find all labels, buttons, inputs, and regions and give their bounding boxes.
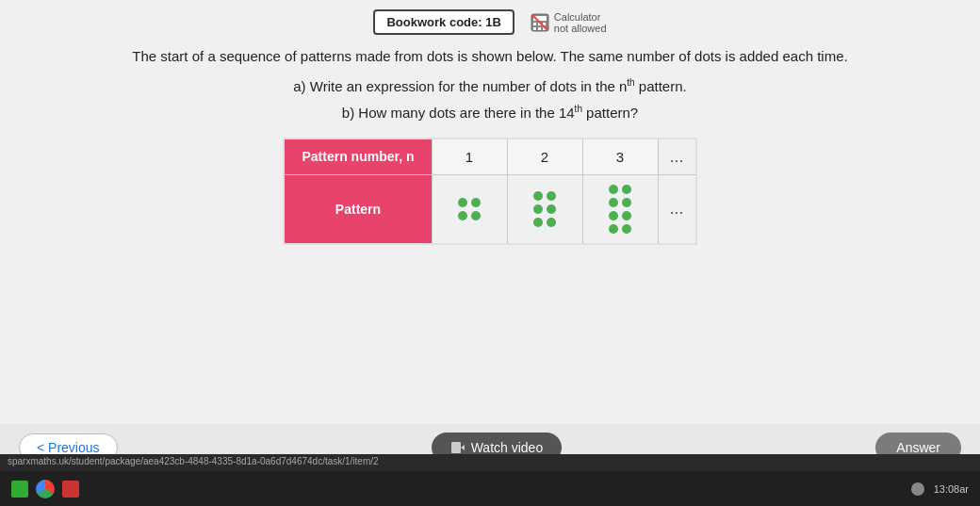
chrome-icon[interactable] xyxy=(36,480,55,498)
dot xyxy=(533,204,543,214)
taskbar: 13:08ar xyxy=(0,471,980,506)
dot xyxy=(609,198,618,207)
dot xyxy=(547,204,556,214)
part-b-sup: th xyxy=(575,104,582,114)
calculator-box: Calculator not allowed xyxy=(530,11,607,34)
app-icon xyxy=(62,481,79,498)
part-b-text: b) How many dots are there in the 14 xyxy=(342,105,575,121)
svg-rect-6 xyxy=(538,27,541,30)
watch-video-label: Watch video xyxy=(471,440,544,455)
pattern-row: Pattern xyxy=(284,174,695,244)
dot xyxy=(622,185,631,194)
pattern-number-header: Pattern number, n xyxy=(284,139,432,175)
dots-row-3-4 xyxy=(609,224,631,234)
header-row: Pattern number, n 1 2 3 ... xyxy=(284,139,695,175)
part-b: b) How many dots are there in the 14th p… xyxy=(342,104,638,121)
previous-label: < Previous xyxy=(37,440,100,455)
pattern-2-dots xyxy=(507,174,582,244)
number-1: 1 xyxy=(432,139,507,175)
dot xyxy=(609,185,618,194)
top-bar: Bookwork code: 1B Calculator not allowed xyxy=(0,0,980,41)
svg-marker-10 xyxy=(461,445,465,450)
dot xyxy=(471,198,481,207)
pattern-table: Pattern number, n 1 2 3 ... Pattern xyxy=(283,138,696,245)
dots-grid-2 xyxy=(523,191,567,227)
dot xyxy=(533,191,543,201)
start-icon xyxy=(11,481,28,498)
network-icon xyxy=(911,482,924,496)
calculator-status: Calculator not allowed xyxy=(554,11,607,34)
svg-rect-5 xyxy=(533,27,536,30)
number-2: 2 xyxy=(507,139,582,175)
dot xyxy=(622,211,631,220)
ellipsis-header: ... xyxy=(658,139,696,175)
dot xyxy=(622,224,631,234)
dots-grid-1 xyxy=(448,198,492,220)
dots-row-3-2 xyxy=(609,198,631,207)
pattern-1-dots xyxy=(432,174,507,244)
dot xyxy=(547,218,556,227)
time-display: 13:08ar xyxy=(934,483,969,495)
main-content: Bookwork code: 1B Calculator not allowed… xyxy=(0,0,980,471)
svg-rect-9 xyxy=(451,442,461,453)
bookwork-badge: Bookwork code: 1B xyxy=(373,9,514,35)
video-icon xyxy=(450,440,466,455)
bookwork-label: Bookwork code: 1B xyxy=(386,15,500,29)
dots-row-2-1 xyxy=(533,191,556,201)
calculator-icon xyxy=(530,12,550,33)
pattern-row-label: Pattern xyxy=(284,174,432,244)
part-a-end: pattern. xyxy=(635,78,687,94)
ellipsis-pattern: ... xyxy=(658,174,696,244)
dot xyxy=(609,211,618,220)
taskbar-right: 13:08ar xyxy=(911,482,969,496)
part-a-text: a) Write an expression for the number of… xyxy=(293,78,627,94)
part-a: a) Write an expression for the number of… xyxy=(293,77,686,94)
taskbar-left xyxy=(11,480,79,498)
url-text: sparxmaths.uk/student/package/aea423cb-4… xyxy=(8,456,379,466)
dots-row-3-1 xyxy=(609,185,631,194)
calculator-label: Calculator xyxy=(554,11,607,23)
dot xyxy=(533,218,543,227)
pattern-table-area: Pattern number, n 1 2 3 ... Pattern xyxy=(283,138,696,245)
question-intro: The start of a sequence of patterns made… xyxy=(113,46,866,68)
dots-row-2-3 xyxy=(533,218,556,227)
dots-row-1-2 xyxy=(458,211,481,220)
pattern-3-dots xyxy=(582,174,658,244)
dot xyxy=(547,191,556,201)
dot xyxy=(458,198,467,207)
answer-label: Answer xyxy=(896,440,940,455)
dot xyxy=(471,211,481,220)
dots-grid-3 xyxy=(598,185,643,234)
url-bar: sparxmaths.uk/student/package/aea423cb-4… xyxy=(0,454,980,471)
calculator-not-allowed: not allowed xyxy=(554,23,607,34)
svg-rect-2 xyxy=(533,23,536,25)
dots-row-3-3 xyxy=(609,211,631,220)
dot xyxy=(458,211,467,220)
dot xyxy=(622,198,631,207)
dots-row-2-2 xyxy=(533,204,556,214)
dots-row-1-1 xyxy=(458,198,481,207)
part-a-sup: th xyxy=(627,77,634,88)
part-b-end: pattern? xyxy=(582,105,638,121)
intro-text: The start of a sequence of patterns made… xyxy=(132,48,847,64)
number-3: 3 xyxy=(582,139,658,175)
dot xyxy=(609,224,618,234)
